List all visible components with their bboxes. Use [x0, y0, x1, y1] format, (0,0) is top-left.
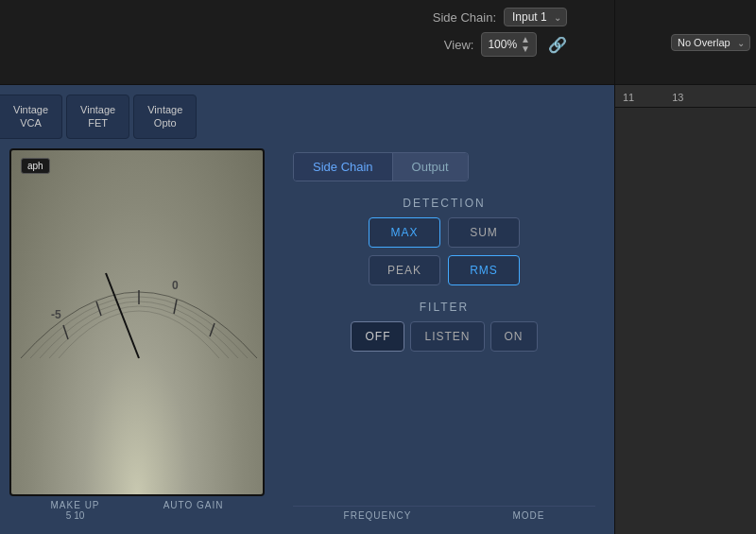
comp-tab-opto[interactable]: Vintage Opto [133, 95, 197, 139]
detection-section: DETECTION MAX SUM PEAK RMS [293, 197, 595, 285]
tab-sidechain[interactable]: Side Chain [294, 153, 393, 181]
view-label: View: [444, 38, 474, 52]
filter-btn-listen[interactable]: LISTEN [410, 321, 484, 352]
vu-scale-svg: -5 0 [11, 150, 263, 494]
filter-header: FILTER [420, 301, 469, 314]
timeline-ruler: 11 13 [615, 85, 756, 108]
frequency-label: FREQUENCY [344, 510, 412, 521]
comp-tab-vca[interactable]: Vintage VCA [0, 95, 62, 139]
view-tabs: Side Chain Output [293, 152, 469, 181]
main-content: Vintage VCA Vintage FET Vintage Opto aph [0, 85, 756, 534]
filter-section: FILTER OFF LISTEN ON [293, 301, 595, 352]
bottom-section-row: FREQUENCY MODE [293, 506, 595, 525]
sidechain-select[interactable]: Input 1 [504, 8, 567, 26]
det-btn-peak[interactable]: PEAK [369, 255, 440, 285]
filter-buttons: OFF LISTEN ON [351, 321, 537, 352]
view-value: 100% [488, 38, 517, 51]
right-timeline[interactable] [615, 108, 756, 534]
sidechain-row: Side Chain: Input 1 [433, 8, 567, 26]
vu-meter: aph [9, 148, 265, 496]
filter-btn-on[interactable]: ON [490, 321, 538, 352]
svg-line-0 [63, 325, 68, 339]
svg-line-5 [106, 273, 139, 358]
comp-tabs: Vintage VCA Vintage FET Vintage Opto [0, 85, 614, 139]
svg-line-3 [174, 300, 177, 314]
autogain-title: AUTO GAIN [163, 500, 224, 510]
vu-meter-area: aph [0, 139, 274, 534]
svg-line-4 [210, 323, 215, 336]
svg-line-1 [96, 301, 101, 316]
detection-header: DETECTION [403, 197, 485, 210]
view-select-wrapper[interactable]: 100% ▲▼ [481, 32, 537, 57]
makeup-label: MAKE UP 5 10 [51, 500, 100, 521]
comp-tab-fet[interactable]: Vintage FET [66, 95, 129, 139]
right-panel: 11 13 [614, 85, 756, 534]
autogain-label: AUTO GAIN [163, 500, 224, 521]
tab-output[interactable]: Output [393, 153, 468, 181]
no-overlap-wrapper[interactable]: No Overlap [671, 33, 750, 51]
svg-text:-5: -5 [51, 308, 61, 321]
makeup-title: MAKE UP [51, 500, 100, 510]
no-overlap-select[interactable]: No Overlap [671, 34, 750, 51]
detection-grid: MAX SUM PEAK RMS [369, 217, 520, 285]
view-row: View: 100% ▲▼ 🔗 [444, 32, 567, 57]
link-icon[interactable]: 🔗 [548, 36, 567, 54]
svg-text:0: 0 [172, 279, 179, 292]
right-panel-top: No Overlap [614, 0, 756, 85]
sidechain-label: Side Chain: [433, 10, 496, 25]
det-btn-max[interactable]: MAX [369, 217, 440, 248]
ruler-mark-11: 11 [623, 92, 634, 103]
det-btn-sum[interactable]: SUM [448, 217, 520, 248]
controls-area: Side Chain Output DETECTION MAX SUM PEAK… [274, 139, 614, 534]
plugin-main: aph [0, 139, 614, 534]
det-btn-rms[interactable]: RMS [448, 255, 520, 285]
top-bar: Side Chain: Input 1 View: 100% ▲▼ 🔗 No O… [0, 0, 756, 85]
plugin-panel: Vintage VCA Vintage FET Vintage Opto aph [0, 85, 614, 534]
view-arrows[interactable]: ▲▼ [521, 35, 530, 54]
filter-btn-off[interactable]: OFF [351, 321, 404, 352]
sidechain-select-wrapper[interactable]: Input 1 [504, 8, 567, 26]
makeup-values: 5 10 [51, 510, 100, 521]
ruler-mark-13: 13 [672, 92, 683, 103]
mode-label: MODE [512, 510, 544, 521]
bottom-labels: MAKE UP 5 10 AUTO GAIN [9, 496, 265, 525]
